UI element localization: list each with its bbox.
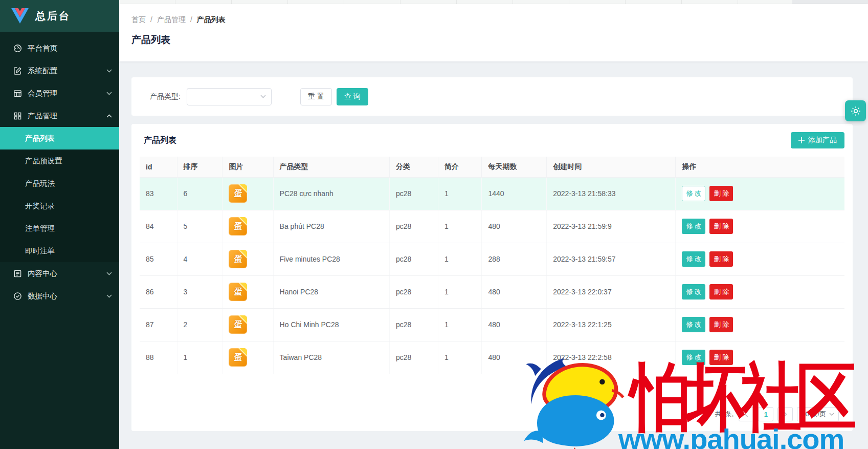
- product-image: 蛋: [229, 315, 247, 334]
- sidebar-item-draw-records[interactable]: 开奖记录: [0, 195, 119, 217]
- cell-image: 蛋: [222, 275, 273, 308]
- content-icon: [13, 269, 22, 278]
- cell-id: 87: [140, 308, 177, 341]
- cell-product-type: PC28 cực nhanh: [273, 177, 389, 210]
- delete-button[interactable]: 删 除: [709, 251, 733, 267]
- breadcrumb: 首页/产品管理/产品列表: [131, 15, 856, 25]
- product-image: 蛋: [229, 348, 247, 367]
- cell-product-type: Five minutes PC28: [273, 243, 389, 275]
- reset-button[interactable]: 重 置: [300, 88, 332, 105]
- delete-button[interactable]: 删 除: [709, 219, 733, 234]
- chevron-left-icon: [744, 411, 748, 417]
- edit-button[interactable]: 修 改: [682, 317, 705, 332]
- sidebar-item-system-config[interactable]: 系统配置: [0, 59, 119, 82]
- top-tab-strip-right: [792, 0, 868, 4]
- cell-created-time: 2022-3-13 21:59:9: [547, 210, 676, 243]
- cell-image: 蛋: [222, 243, 273, 275]
- pagination-page-size-select[interactable]: 10 条/页: [797, 407, 839, 421]
- table-header: id排序图片产品类型分类简介每天期数创建时间操作: [140, 157, 844, 177]
- cell-category: pc28: [389, 308, 438, 341]
- cell-sort: 4: [177, 243, 222, 275]
- cell-id: 85: [140, 243, 177, 275]
- product-list-card: 产品列表 添加产品 id排序图片产品类型分类简介每天期数创建时间操作 836蛋P…: [131, 124, 853, 431]
- pagination-current-page[interactable]: 1: [758, 407, 773, 421]
- content-area: 产品类型: 重 置 查 询 产品列表 添加产品: [119, 61, 868, 449]
- data-icon: [13, 291, 22, 301]
- edit-button[interactable]: 修 改: [682, 350, 705, 365]
- filter-card: 产品类型: 重 置 查 询: [131, 77, 853, 116]
- cell-id: 88: [140, 341, 177, 374]
- dashboard-icon: [13, 44, 22, 53]
- sidebar-item-content-center[interactable]: 内容中心: [0, 262, 119, 285]
- cell-actions: 修 改删 除: [676, 275, 844, 308]
- sidebar-item-product-preset[interactable]: 产品预设置: [0, 149, 119, 172]
- pagination-prev-button[interactable]: [739, 407, 754, 421]
- chevron-down-icon: [106, 272, 112, 275]
- chevron-down-icon: [829, 413, 834, 416]
- cell-daily-periods: 480: [482, 210, 547, 243]
- cell-daily-periods: 288: [482, 243, 547, 275]
- edit-button[interactable]: 修 改: [682, 219, 705, 234]
- sidebar-header: 总后台: [0, 0, 119, 32]
- breadcrumb-link[interactable]: 首页: [131, 15, 146, 25]
- sidebar-item-bet-management[interactable]: 注单管理: [0, 217, 119, 240]
- cell-actions: 修 改删 除: [676, 243, 844, 275]
- products-icon: [13, 111, 22, 120]
- cell-category: pc28: [389, 210, 438, 243]
- column-header: 简介: [438, 157, 482, 177]
- delete-button[interactable]: 删 除: [709, 350, 733, 365]
- product-table: id排序图片产品类型分类简介每天期数创建时间操作 836蛋PC28 cực nh…: [140, 157, 844, 374]
- sidebar-item-member-management[interactable]: 会员管理: [0, 82, 119, 104]
- delete-button[interactable]: 删 除: [709, 186, 733, 201]
- cell-id: 84: [140, 210, 177, 243]
- cell-image: 蛋: [222, 210, 273, 243]
- edit-icon: [13, 66, 22, 75]
- product-image: 蛋: [229, 250, 247, 268]
- sidebar-submenu: 产品列表产品预设置产品玩法开奖记录注单管理即时注单: [0, 127, 119, 262]
- cell-id: 86: [140, 275, 177, 308]
- sidebar-item-realtime-bets[interactable]: 即时注单: [0, 240, 119, 262]
- column-header: 每天期数: [482, 157, 547, 177]
- cell-intro: 1: [438, 341, 482, 374]
- gear-icon: [850, 105, 862, 117]
- table-row: 845蛋Ba phút PC28pc2814802022-3-13 21:59:…: [140, 210, 844, 243]
- breadcrumb-separator: /: [190, 15, 192, 25]
- page-header: 首页/产品管理/产品列表 产品列表: [119, 4, 868, 61]
- pagination-total: 共6条,: [715, 410, 733, 419]
- breadcrumb-link[interactable]: 产品管理: [157, 15, 186, 25]
- cell-product-type: Ba phút PC28: [273, 210, 389, 243]
- product-type-select[interactable]: [187, 88, 272, 105]
- sidebar-item-product-play[interactable]: 产品玩法: [0, 172, 119, 195]
- cell-actions: 修 改删 除: [676, 308, 844, 341]
- cell-image: 蛋: [222, 341, 273, 374]
- add-product-button[interactable]: 添加产品: [791, 132, 844, 148]
- edit-button[interactable]: 修 改: [682, 284, 705, 300]
- cell-daily-periods: 480: [482, 341, 547, 374]
- sidebar-item-product-list[interactable]: 产品列表: [0, 127, 119, 149]
- cell-image: 蛋: [222, 308, 273, 341]
- delete-button[interactable]: 删 除: [709, 284, 733, 300]
- settings-gear-button[interactable]: [845, 100, 866, 121]
- product-image: 蛋: [229, 217, 247, 236]
- pagination-next-button[interactable]: [777, 407, 793, 421]
- chevron-down-icon: [106, 92, 112, 95]
- sidebar-item-data-center[interactable]: 数据中心: [0, 285, 119, 307]
- top-tab-strip: [119, 0, 868, 4]
- cell-id: 83: [140, 177, 177, 210]
- cell-sort: 6: [177, 177, 222, 210]
- cell-product-type: Hanoi PC28: [273, 275, 389, 308]
- breadcrumb-separator: /: [150, 15, 152, 25]
- column-header: 创建时间: [547, 157, 676, 177]
- page-title: 产品列表: [131, 33, 856, 47]
- cell-created-time: 2022-3-13 22:0:37: [547, 275, 676, 308]
- cell-sort: 1: [177, 341, 222, 374]
- cell-intro: 1: [438, 210, 482, 243]
- edit-button[interactable]: 修 改: [682, 186, 705, 201]
- cell-sort: 5: [177, 210, 222, 243]
- delete-button[interactable]: 删 除: [709, 317, 733, 332]
- cell-intro: 1: [438, 308, 482, 341]
- sidebar-item-product-management[interactable]: 产品管理: [0, 104, 119, 127]
- sidebar-item-platform-home[interactable]: 平台首页: [0, 37, 119, 59]
- search-button[interactable]: 查 询: [337, 88, 368, 105]
- edit-button[interactable]: 修 改: [682, 251, 705, 267]
